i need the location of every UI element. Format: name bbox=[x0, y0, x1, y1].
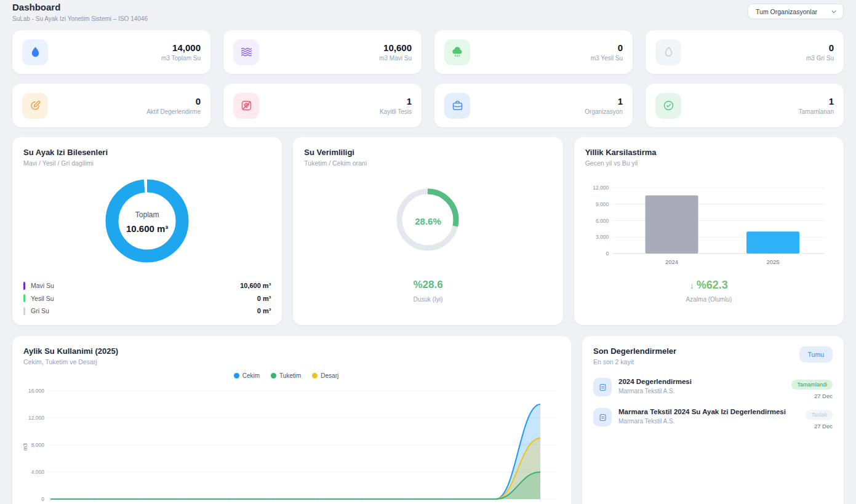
card-subtitle: Tuketim / Cekim orani bbox=[304, 159, 551, 167]
stat-label: m3 Gri Su bbox=[806, 55, 834, 62]
assessment-organization: Marmara Tekstil A.S. bbox=[618, 418, 786, 425]
droplet-outline-icon bbox=[655, 39, 681, 65]
card-subtitle: Cekim, Tuketim ve Desarj bbox=[23, 358, 560, 366]
water-drop-icon bbox=[22, 39, 48, 65]
yearly-bar-chart: 12.0009.0006.0003.000020242025 bbox=[585, 183, 833, 269]
stat-value: 0 bbox=[806, 42, 834, 53]
legend-color-bar bbox=[23, 282, 25, 290]
status-badge: Tamamlandi bbox=[791, 380, 833, 390]
card-title: Son Degerlendirmeler bbox=[593, 346, 676, 356]
svg-text:m3: m3 bbox=[22, 443, 28, 450]
organization-filter-select[interactable]: Tum Organizasyonlar bbox=[748, 4, 844, 19]
stat-card-active-assessments: 0 Aktif Degerlendirme bbox=[12, 84, 210, 127]
legend-item-tuketim[interactable]: Tuketim bbox=[271, 372, 301, 379]
stat-value: 0 bbox=[146, 96, 201, 106]
assessment-date: 27 Dec bbox=[791, 393, 833, 399]
stat-card-organizations: 1 Organizasyon bbox=[434, 84, 633, 127]
card-subtitle: En son 2 kayit bbox=[593, 358, 676, 366]
view-all-button[interactable]: Tumu bbox=[799, 346, 833, 362]
document-icon bbox=[593, 408, 612, 426]
delta-note: Azalma (Olumlu) bbox=[585, 296, 833, 303]
briefcase-icon bbox=[444, 93, 470, 119]
gauge-percentage-label: 28.6% bbox=[393, 185, 462, 257]
organization-filter-value: Tum Organizasyonlar bbox=[756, 8, 817, 15]
components-legend: Mavi Su 10,600 m³ Yesil Su 0 m³ Gri Su 0… bbox=[23, 279, 271, 318]
stat-card-green-water: 0 m3 Yesil Su bbox=[434, 30, 633, 74]
stat-card-registered-facilities: 1 Kayitli Tesis bbox=[223, 84, 422, 127]
stat-label: Organizasyon bbox=[585, 108, 623, 115]
stat-value: 1 bbox=[799, 96, 834, 106]
monthly-card-header: Aylik Su Kullanimi (2025) Cekim, Tuketim… bbox=[12, 336, 571, 366]
svg-text:2024: 2024 bbox=[665, 258, 678, 265]
circle-check-icon bbox=[655, 93, 681, 119]
efficiency-value: %28.6 bbox=[304, 279, 551, 291]
svg-text:3.000: 3.000 bbox=[596, 234, 609, 240]
stats-grid: 14,000 m3 Toplam Su 10,600 m3 Mavi Su bbox=[12, 30, 844, 127]
stat-value: 14,000 bbox=[161, 42, 201, 53]
svg-text:16.000: 16.000 bbox=[28, 388, 44, 394]
legend-label: Cekim bbox=[242, 372, 260, 379]
svg-text:0: 0 bbox=[606, 250, 609, 257]
yearly-delta: ↓%62.3 bbox=[585, 279, 833, 292]
header-title-block: Dashboard SuLab - Su Ayak Izi Yonetim Si… bbox=[12, 2, 148, 22]
stat-card-total-water: 14,000 m3 Toplam Su bbox=[12, 30, 210, 74]
legend-value: 10,600 m³ bbox=[240, 282, 271, 289]
assessment-title: Marmara Tekstil 2024 Su Ayak Izi Degerle… bbox=[618, 408, 786, 415]
svg-text:9.000: 9.000 bbox=[596, 201, 609, 207]
stat-value: 1 bbox=[585, 96, 623, 106]
stat-label: m3 Mavi Su bbox=[379, 55, 412, 62]
stat-label: Aktif Degerlendirme bbox=[146, 108, 201, 115]
page-title: Dashboard bbox=[12, 2, 148, 12]
stat-card-grey-water: 0 m3 Gri Su bbox=[646, 30, 844, 74]
assessment-list-item[interactable]: 2024 Degerlendirmesi Marmara Tekstil A.S… bbox=[593, 374, 833, 404]
assessment-organization: Marmara Tekstil A.S. bbox=[618, 388, 692, 394]
recent-assessments-card: Son Degerlendirmeler En son 2 kayit Tumu… bbox=[582, 336, 844, 504]
stat-label: Kayitli Tesis bbox=[380, 108, 412, 115]
arrow-down-icon: ↓ bbox=[690, 281, 694, 290]
legend-color-bar bbox=[23, 294, 25, 302]
stat-label: m3 Toplam Su bbox=[161, 55, 201, 62]
stat-value: 1 bbox=[380, 96, 412, 106]
assessment-list-item[interactable]: Marmara Tekstil 2024 Su Ayak Izi Degerle… bbox=[593, 404, 833, 434]
legend-dot bbox=[312, 373, 318, 378]
assessments-title-block: Son Degerlendirmeler En son 2 kayit bbox=[593, 346, 676, 366]
stat-label: m3 Yesil Su bbox=[591, 55, 623, 62]
components-donut-chart: Toplam 10.600 m³ bbox=[101, 175, 193, 270]
efficiency-gauge-chart: 28.6% bbox=[393, 185, 462, 257]
assessment-date: 27 Dec bbox=[806, 423, 833, 430]
stat-card-blue-water: 10,600 m3 Mavi Su bbox=[223, 30, 422, 74]
donut-center-label: Toplam bbox=[135, 210, 159, 219]
legend-row-blue-water: Mavi Su 10,600 m³ bbox=[23, 279, 271, 292]
card-subtitle: Mavi / Yesil / Gri dagilimi bbox=[23, 159, 271, 167]
card-title: Aylik Su Kullanimi (2025) bbox=[23, 346, 560, 356]
assessment-info: Marmara Tekstil 2024 Su Ayak Izi Degerle… bbox=[618, 408, 791, 425]
cloud-rain-icon bbox=[444, 39, 470, 65]
svg-text:0: 0 bbox=[41, 496, 44, 502]
delta-value: %62.3 bbox=[697, 279, 728, 291]
legend-label: Gri Su bbox=[31, 307, 49, 314]
card-title: Yillik Karsilastirma bbox=[585, 148, 833, 157]
svg-text:6.000: 6.000 bbox=[596, 218, 609, 224]
assessment-edit-icon bbox=[22, 93, 48, 119]
svg-text:12.000: 12.000 bbox=[28, 415, 44, 421]
stat-label: Tamamlanan bbox=[799, 108, 834, 115]
yearly-comparison-card: Yillik Karsilastirma Gecen yil vs Bu yil… bbox=[574, 137, 844, 325]
svg-text:8.000: 8.000 bbox=[31, 442, 45, 448]
legend-item-desarj[interactable]: Desarj bbox=[312, 372, 338, 379]
page-subtitle: SuLab - Su Ayak Izi Yonetim Sistemi – IS… bbox=[12, 15, 148, 22]
card-title: Su Verimliligi bbox=[304, 148, 551, 157]
page-header: Dashboard SuLab - Su Ayak Izi Yonetim Si… bbox=[12, 0, 844, 22]
assessment-meta: Taslak 27 Dec bbox=[806, 408, 833, 430]
legend-dot bbox=[271, 373, 276, 378]
assessments-list: 2024 Degerlendirmesi Marmara Tekstil A.S… bbox=[593, 374, 833, 434]
svg-text:2025: 2025 bbox=[766, 258, 779, 265]
chevron-down-icon bbox=[831, 9, 837, 15]
legend-item-cekim[interactable]: Cekim bbox=[234, 372, 260, 379]
dashboard-page: { "header": { "title": "Dashboard", "sub… bbox=[0, 0, 856, 504]
efficiency-status: Dusuk (Iyi) bbox=[304, 296, 551, 303]
water-efficiency-card: Su Verimliligi Tuketim / Cekim orani 28.… bbox=[293, 137, 562, 325]
stat-card-completed: 1 Tamamlanan bbox=[646, 84, 844, 127]
assessment-info: 2024 Degerlendirmesi Marmara Tekstil A.S… bbox=[618, 378, 697, 394]
legend-value: 0 m³ bbox=[257, 295, 271, 302]
monthly-chart-legend: Cekim Tuketim Desarj bbox=[12, 372, 560, 379]
